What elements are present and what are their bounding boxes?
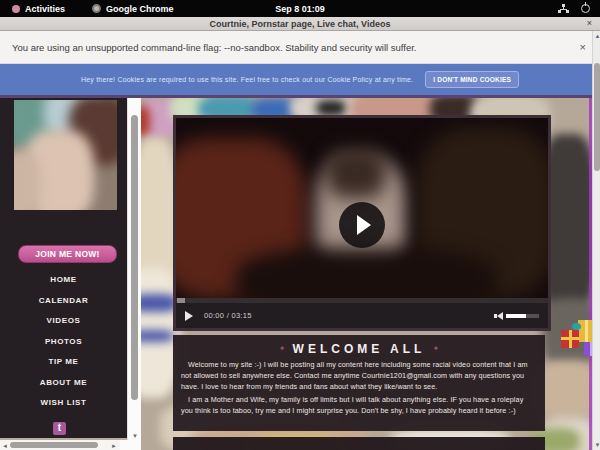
video-player: 00:00 / 03:15 (173, 115, 551, 331)
tumblr-icon[interactable]: t (53, 422, 66, 435)
video-time: 00:00 / 03:15 (204, 311, 252, 320)
infobar-close-icon[interactable]: × (580, 41, 586, 53)
welcome-title: WELCOME ALL (293, 342, 426, 356)
sidebar-item-home[interactable]: HOME (0, 270, 127, 291)
scrollbar-thumb[interactable] (10, 442, 98, 448)
window-close-icon[interactable]: × (587, 18, 592, 28)
scroll-right-icon[interactable]: ► (111, 443, 117, 449)
sidebar-item-photos[interactable]: PHOTOS (0, 332, 127, 353)
video-controls: 00:00 / 03:15 (176, 303, 548, 328)
screen: Activities Google Chrome Sep 8 01:09 Cou… (0, 0, 600, 450)
volume-track[interactable] (526, 314, 539, 318)
join-me-now-button[interactable]: JOIN ME NOW! (18, 245, 117, 263)
sidebar-item-videos[interactable]: VIDEOS (0, 311, 127, 332)
scroll-down-icon[interactable]: ▼ (595, 442, 600, 448)
scrollbar-thumb[interactable] (594, 63, 600, 171)
sidebar-item-about-me[interactable]: ABOUT ME (0, 373, 127, 394)
next-section-box (173, 437, 545, 450)
welcome-paragraph-1: Welcome to my site :-) I will be posting… (181, 359, 537, 392)
page-content: 00:00 / 03:15 ✦ WELCOME ALL ✦ Welcome to… (0, 95, 600, 450)
sidebar-item-calendar[interactable]: CALENDAR (0, 291, 127, 312)
gift-bow-icon (572, 323, 581, 330)
window-title-bar: Courtnie, Pornstar page, Live chat, Vide… (0, 17, 600, 31)
page-vertical-scrollbar[interactable]: ▲ ▼ (592, 31, 600, 450)
power-icon[interactable] (581, 4, 590, 13)
scrollbar-corner (120, 440, 141, 450)
scrollbar-thumb[interactable] (131, 115, 138, 400)
system-top-bar: Activities Google Chrome Sep 8 01:09 (0, 0, 600, 17)
welcome-paragraph-2: I am a Mother and Wife, my family is off… (181, 394, 537, 416)
network-icon[interactable] (558, 4, 569, 13)
chrome-infobar: You are using an unsupported command-lin… (0, 31, 600, 64)
window-title: Courtnie, Pornstar page, Live chat, Vide… (210, 19, 391, 29)
clock[interactable]: Sep 8 01:09 (0, 4, 600, 14)
scroll-left-icon[interactable]: ◄ (2, 443, 8, 449)
volume-level[interactable] (506, 314, 526, 318)
sidebar-item-wish-list[interactable]: WISH LIST (0, 393, 127, 414)
sidebar-vertical-scrollbar[interactable]: ▼ (127, 98, 141, 443)
profile-photo (14, 100, 117, 210)
cookie-bar: Hey there! Cookies are required to use t… (0, 64, 600, 95)
scroll-down-icon[interactable]: ▼ (132, 433, 138, 439)
cookie-message: Hey there! Cookies are required to use t… (81, 76, 413, 83)
ornament-icon: ✦ (432, 344, 439, 353)
ornament-icon: ✦ (279, 344, 286, 353)
sidebar-item-tip-me[interactable]: TIP ME (0, 352, 127, 373)
sidebar-horizontal-scrollbar[interactable]: ◄ ► (0, 440, 120, 450)
cookie-accept-button[interactable]: I DON'T MIND COOKIES (425, 71, 519, 88)
sidebar-menu: HOME CALENDAR VIDEOS PHOTOS TIP ME ABOUT… (0, 270, 127, 414)
scroll-up-icon[interactable]: ▲ (595, 33, 600, 39)
play-button[interactable] (339, 202, 385, 248)
volume-icon[interactable] (497, 312, 503, 320)
sidebar: JOIN ME NOW! HOME CALENDAR VIDEOS PHOTOS… (0, 98, 127, 438)
welcome-section: ✦ WELCOME ALL ✦ Welcome to my site :-) I… (173, 335, 545, 431)
gift-icon (561, 330, 579, 348)
infobar-message: You are using an unsupported command-lin… (12, 42, 417, 53)
play-icon[interactable] (185, 311, 193, 321)
